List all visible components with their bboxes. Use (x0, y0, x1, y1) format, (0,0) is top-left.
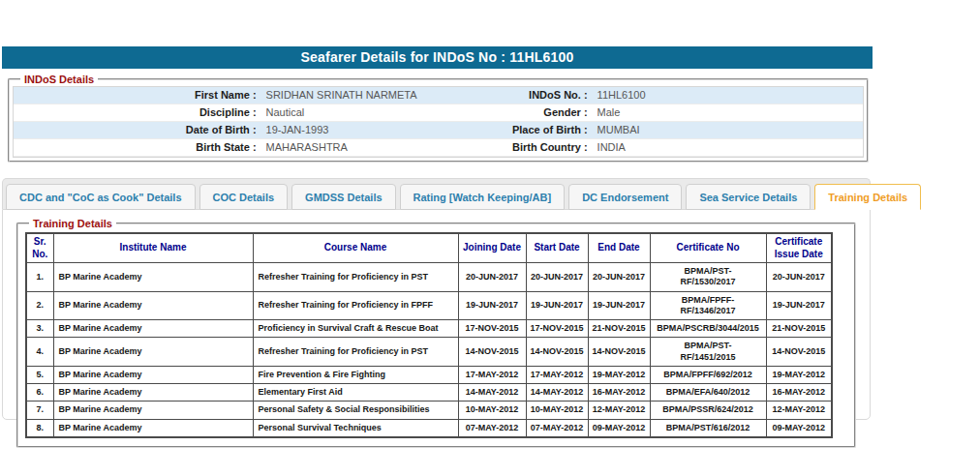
indos-details-fieldset: INDoS Details First Name :SRIDHAN SRINAT… (8, 74, 869, 163)
cell-joining-date: 14-MAY-2012 (458, 384, 526, 402)
cell-certificate-no: BPMA/EFA/640/2012 (650, 384, 766, 402)
cell-course-name: Personal Safety & Social Responsibilitie… (253, 402, 458, 419)
cell-end-date: 19-JUN-2017 (588, 291, 650, 320)
table-row: 3.BP Marine AcademyProficiency in Surviv… (26, 320, 832, 338)
detail-row: First Name :SRIDHAN SRINATH NARMETAINDoS… (14, 87, 863, 104)
column-header: Certificate Issue Date (766, 233, 832, 263)
tab-bar: CDC and "CoC as Cook" DetailsCOC Details… (2, 178, 871, 209)
table-row: 1.BP Marine AcademyRefresher Training fo… (26, 263, 832, 292)
cell-course-name: Elementary First Aid (253, 384, 458, 402)
cell-start-date: 10-MAY-2012 (526, 402, 588, 419)
column-header: Course Name (253, 233, 458, 263)
page-title: Seafarer Details for INDoS No : 11HL6100 (2, 46, 873, 69)
cell-certificate-issue-date: 14-NOV-2015 (766, 338, 832, 367)
table-row: 7.BP Marine AcademyPersonal Safety & Soc… (26, 402, 832, 419)
cell-course-name: Personal Survival Techniques (253, 419, 458, 437)
cell-institute-name: BP Marine Academy (53, 338, 253, 367)
table-row: 8.BP Marine AcademyPersonal Survival Tec… (26, 419, 832, 437)
detail-row: Date of Birth :19-JAN-1993Place of Birth… (14, 122, 863, 139)
tab-rating-watch-keeping-ab[interactable]: Rating [Watch Keeping/AB] (400, 184, 566, 210)
detail-value: 11HL6100 (590, 87, 863, 104)
cell-end-date: 21-NOV-2015 (588, 320, 650, 338)
cell-certificate-issue-date: 19-JUN-2017 (766, 291, 832, 320)
cell-institute-name: BP Marine Academy (53, 384, 253, 402)
detail-value: Nautical (259, 104, 471, 121)
table-header-row: Sr. No.Institute NameCourse NameJoining … (26, 233, 832, 263)
training-table: Sr. No.Institute NameCourse NameJoining … (25, 232, 833, 438)
column-header: Certificate No (650, 233, 766, 263)
cell-certificate-issue-date: 21-NOV-2015 (766, 320, 832, 338)
detail-value: MAHARASHTRA (259, 139, 471, 156)
detail-label: Birth State : (14, 139, 259, 156)
table-row: 4.BP Marine AcademyRefresher Training fo… (26, 338, 832, 367)
cell-institute-name: BP Marine Academy (53, 366, 253, 383)
tab-panel: Training Details Sr. No.Institute NameCo… (2, 209, 871, 420)
column-header: End Date (588, 233, 650, 263)
detail-value: SRIDHAN SRINATH NARMETA (259, 87, 471, 104)
tab-cdc-coc-as-cook-details[interactable]: CDC and "CoC as Cook" Details (6, 184, 196, 210)
cell-certificate-no: BPMA/PST- RF/1451/2015 (650, 338, 766, 367)
indos-details-grid: First Name :SRIDHAN SRINATH NARMETAINDoS… (13, 86, 864, 158)
cell-end-date: 19-MAY-2012 (588, 366, 650, 383)
cell-certificate-no: BPMA/FPFF- RF/1346/2017 (650, 291, 766, 320)
cell-sr-no: 1. (26, 263, 53, 292)
cell-sr-no: 3. (26, 320, 53, 338)
cell-start-date: 17-MAY-2012 (526, 366, 588, 383)
detail-row: Discipline :NauticalGender :Male (14, 104, 863, 122)
tab-coc-details[interactable]: COC Details (199, 184, 289, 210)
cell-end-date: 14-NOV-2015 (588, 338, 650, 367)
tab-dc-endorsement[interactable]: DC Endorsement (568, 184, 682, 210)
training-details-legend: Training Details (29, 218, 116, 229)
detail-row: Birth State :MAHARASHTRABirth Country :I… (14, 139, 863, 157)
table-row: 5.BP Marine AcademyFire Prevention & Fir… (26, 366, 832, 383)
cell-certificate-issue-date: 12-MAY-2012 (766, 402, 832, 419)
cell-course-name: Proficiency in Survival Craft & Rescue B… (253, 320, 458, 338)
tab-sea-service-details[interactable]: Sea Service Details (686, 184, 811, 210)
cell-start-date: 17-NOV-2015 (526, 320, 588, 338)
cell-certificate-no: BPMA/FPFF/692/2012 (650, 366, 766, 383)
cell-certificate-no: BPMA/PSSR/624/2012 (650, 402, 766, 419)
tab-training-details[interactable]: Training Details (814, 184, 921, 210)
cell-joining-date: 20-JUN-2017 (458, 263, 526, 292)
cell-certificate-issue-date: 16-MAY-2012 (766, 384, 832, 402)
detail-label: Birth Country : (471, 139, 590, 156)
cell-end-date: 20-JUN-2017 (588, 263, 650, 292)
detail-label: Gender : (471, 104, 590, 121)
cell-joining-date: 07-MAY-2012 (458, 419, 526, 437)
cell-end-date: 12-MAY-2012 (588, 402, 650, 419)
cell-start-date: 19-JUN-2017 (526, 291, 588, 320)
cell-sr-no: 5. (26, 366, 53, 383)
tab-gmdss-details[interactable]: GMDSS Details (291, 184, 395, 210)
cell-certificate-no: BPMA/PSCRB/3044/2015 (650, 320, 766, 338)
cell-certificate-issue-date: 19-MAY-2012 (766, 366, 832, 383)
cell-sr-no: 6. (26, 384, 53, 402)
cell-end-date: 16-MAY-2012 (588, 384, 650, 402)
detail-value: 19-JAN-1993 (259, 122, 471, 138)
cell-certificate-issue-date: 09-MAY-2012 (766, 419, 832, 437)
cell-certificate-issue-date: 20-JUN-2017 (766, 263, 832, 292)
cell-joining-date: 17-NOV-2015 (458, 320, 526, 338)
cell-sr-no: 4. (26, 338, 53, 367)
table-row: 6.BP Marine AcademyElementary First Aid1… (26, 384, 832, 402)
column-header: Sr. No. (26, 233, 53, 263)
cell-joining-date: 10-MAY-2012 (458, 402, 526, 419)
cell-sr-no: 7. (26, 402, 53, 419)
detail-label: Place of Birth : (471, 122, 590, 138)
cell-course-name: Fire Prevention & Fire Fighting (253, 366, 458, 383)
cell-institute-name: BP Marine Academy (53, 402, 253, 419)
detail-value: Male (590, 104, 863, 121)
cell-institute-name: BP Marine Academy (53, 263, 253, 292)
cell-start-date: 14-MAY-2012 (526, 384, 588, 402)
cell-institute-name: BP Marine Academy (53, 320, 253, 338)
column-header: Joining Date (458, 233, 526, 263)
cell-end-date: 09-MAY-2012 (588, 419, 650, 437)
indos-details-legend: INDoS Details (20, 74, 98, 85)
cell-start-date: 07-MAY-2012 (526, 419, 588, 437)
cell-joining-date: 17-MAY-2012 (458, 366, 526, 383)
column-header: Institute Name (53, 233, 253, 263)
cell-start-date: 20-JUN-2017 (526, 263, 588, 292)
training-details-fieldset: Training Details Sr. No.Institute NameCo… (16, 218, 856, 448)
detail-label: INDoS No. : (471, 87, 590, 104)
column-header: Start Date (526, 233, 588, 263)
cell-start-date: 14-NOV-2015 (526, 338, 588, 367)
